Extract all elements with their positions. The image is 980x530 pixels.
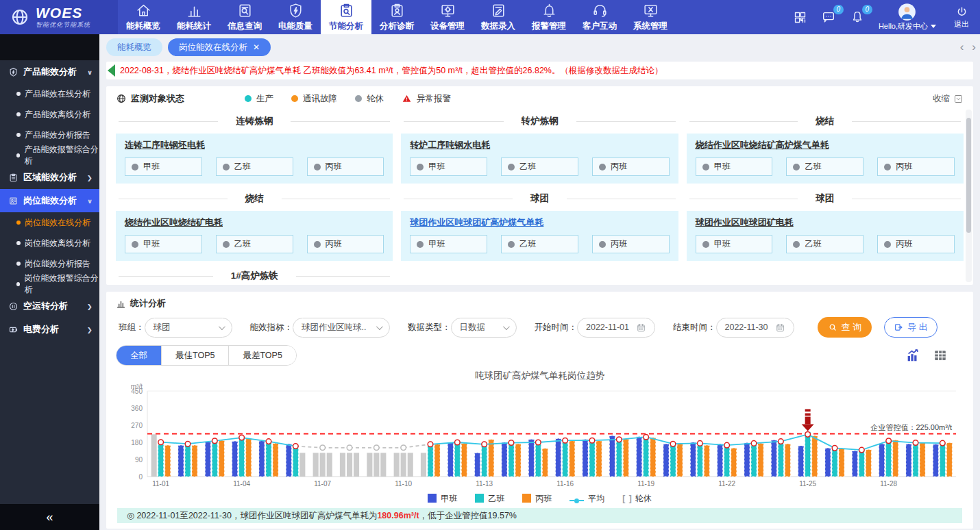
tabs-scroll-right-icon[interactable]: › (972, 40, 976, 54)
shift-button-label: 甲班 (714, 238, 731, 250)
start-date-label: 开始时间： (535, 322, 578, 333)
sidebar-subitem-产品能效分析报告[interactable]: 产品能效分析报告 (0, 125, 99, 145)
range-tab-最差TOP5[interactable]: 最差TOP5 (228, 346, 295, 365)
legend-bracket-icon: [ ] (622, 494, 632, 503)
shift-button-甲班[interactable]: 甲班 (410, 157, 487, 176)
sidebar-subitem-岗位能效分析报告[interactable]: 岗位能效分析报告 (0, 253, 99, 274)
nav-item-客户互动[interactable]: 客户互动 (574, 0, 625, 34)
shift-button-乙班[interactable]: 乙班 (501, 157, 578, 176)
monitor-scrollbar[interactable] (966, 110, 972, 282)
sidebar-item-空运转分析[interactable]: 空运转分析❯ (0, 294, 99, 318)
top-navigation-bar: WOES 智能优化节能系统 能耗概览能耗统计信息查询电能质量节能分析分析诊断设备… (0, 0, 980, 34)
monitor-group-烧结作业区吨烧结矿高炉煤气单耗: 烧结烧结作业区吨烧结矿高炉煤气单耗甲班乙班丙班 (687, 106, 964, 184)
sidebar-subitem-岗位能效离线分析[interactable]: 岗位能效离线分析 (0, 233, 99, 253)
shift-button-丙班[interactable]: 丙班 (307, 235, 384, 253)
card-title-link[interactable]: 球团作业区吨球团矿电耗 (696, 216, 955, 229)
sidebar-subitem-label: 岗位能效离线分析 (25, 238, 90, 249)
datatype-select[interactable]: 日数据 (451, 318, 517, 338)
nav-item-label: 分析诊断 (380, 21, 414, 32)
svg-text:360: 360 (131, 405, 143, 412)
sidebar-item-区域能效分析[interactable]: 区域能效分析❯ (0, 166, 99, 189)
sidebar-subitem-岗位能效报警综合分析[interactable]: 岗位能效报警综合分析 (0, 274, 99, 294)
legend-item-乙班[interactable]: 乙班 (475, 493, 504, 505)
nav-item-信息查询[interactable]: 信息查询 (219, 0, 270, 34)
qr-code-icon[interactable] (793, 10, 807, 25)
shift-button-丙班[interactable]: 丙班 (592, 235, 670, 253)
legend-item-轮休[interactable]: [ ]轮休 (622, 493, 651, 505)
monitor-card: 转炉工序吨钢水电耗甲班乙班丙班 (401, 134, 678, 184)
sidebar-item-电费分析[interactable]: 电费分析❯ (0, 318, 99, 341)
shift-button-label: 乙班 (805, 161, 821, 173)
nav-item-label: 信息查询 (228, 21, 262, 32)
legend-item-丙班[interactable]: 丙班 (522, 493, 552, 505)
logout-button[interactable]: 退出 (954, 5, 969, 29)
shift-button-乙班[interactable]: 乙班 (786, 235, 863, 253)
shift-button-甲班[interactable]: 甲班 (696, 157, 773, 176)
chevron-right-icon: ❯ (87, 326, 93, 333)
shift-button-丙班[interactable]: 丙班 (877, 235, 955, 253)
sidebar-item-岗位能效分析[interactable]: 岗位能效分析∨ (0, 189, 99, 212)
group-select[interactable]: 球团 (145, 318, 232, 338)
monitor-scrollbar-thumb[interactable] (966, 118, 971, 233)
nav-item-电能质量[interactable]: 电能质量 (270, 0, 321, 34)
shift-button-甲班[interactable]: 甲班 (125, 157, 202, 176)
card-title-link[interactable]: 连铸工序吨钢坯电耗 (125, 139, 384, 151)
sidebar-item-产品能效分析[interactable]: 产品能效分析∨ (0, 60, 99, 84)
svg-text:11-01: 11-01 (152, 480, 169, 488)
shift-button-乙班[interactable]: 乙班 (501, 235, 578, 253)
shift-button-甲班[interactable]: 甲班 (410, 235, 487, 253)
sidebar-collapse-button[interactable]: « (0, 504, 99, 530)
divider (404, 121, 503, 122)
card-title-link[interactable]: 烧结作业区吨烧结矿电耗 (125, 216, 384, 229)
shift-button-label: 甲班 (428, 161, 445, 173)
shift-button-丙班[interactable]: 丙班 (307, 157, 384, 176)
close-tab-icon[interactable]: ✕ (253, 43, 260, 51)
range-tab-全部[interactable]: 全部 (117, 346, 161, 365)
end-date-input[interactable]: 2022-11-30 (716, 318, 794, 338)
sidebar-subitem-岗位能效在线分析[interactable]: 岗位能效在线分析 (0, 212, 99, 233)
messages-badge: 0 (833, 5, 844, 14)
notifications-bell-icon[interactable]: 0 (850, 10, 865, 25)
sidebar-subitem-产品能效在线分析[interactable]: 产品能效在线分析 (0, 84, 99, 104)
nav-item-能耗概览[interactable]: 能耗概览 (118, 0, 169, 34)
nav-item-报警管理[interactable]: 报警管理 (524, 0, 574, 34)
nav-item-设备管理[interactable]: 设备管理 (422, 0, 473, 34)
table-view-toggle-icon[interactable] (932, 348, 948, 363)
shift-button-丙班[interactable]: 丙班 (877, 157, 955, 176)
shift-button-甲班[interactable]: 甲班 (125, 235, 202, 253)
indicator-select[interactable]: 球团作业区吨球.. (293, 318, 390, 338)
legend-item-甲班[interactable]: 甲班 (428, 493, 457, 505)
shift-button-乙班[interactable]: 乙班 (216, 235, 293, 253)
sidebar-subitem-产品能效离线分析[interactable]: 产品能效离线分析 (0, 104, 99, 125)
legend-item-平均[interactable]: 平均 (569, 493, 604, 505)
messages-icon[interactable]: 0 (821, 10, 836, 25)
nav-item-分析诊断[interactable]: 分析诊断 (371, 0, 422, 34)
collapse-panel-button[interactable]: 收缩 (933, 93, 964, 105)
card-title-link[interactable]: 烧结作业区吨烧结矿高炉煤气单耗 (696, 139, 955, 151)
summary-prefix: ◎ 2022-11-01至2022-11-30，球团作业区吨球团矿高炉煤气单耗为 (127, 511, 377, 520)
chart-view-toggle-icon[interactable] (905, 348, 921, 363)
tab-能耗概览[interactable]: 能耗概览 (106, 38, 162, 56)
user-menu[interactable]: Hello,研发中心 (879, 3, 936, 31)
nav-item-能耗统计[interactable]: 能耗统计 (169, 0, 219, 34)
sidebar-subitem-产品能效报警综合分析[interactable]: 产品能效报警综合分析 (0, 145, 99, 166)
shift-button-乙班[interactable]: 乙班 (786, 157, 863, 176)
sidebar-item-label: 产品能效分析 (23, 66, 77, 78)
query-button[interactable]: 查 询 (818, 317, 872, 338)
card-title-link[interactable]: 转炉工序吨钢水电耗 (410, 139, 669, 151)
divider (119, 276, 213, 277)
nav-item-数据录入[interactable]: 数据录入 (473, 0, 524, 34)
legend-swatch-icon (475, 494, 484, 503)
shift-button-乙班[interactable]: 乙班 (216, 157, 293, 176)
nav-item-节能分析[interactable]: 节能分析 (321, 0, 371, 34)
shift-button-甲班[interactable]: 甲班 (696, 235, 773, 253)
shift-button-丙班[interactable]: 丙班 (592, 157, 670, 176)
start-date-value: 2022-11-01 (586, 323, 629, 332)
card-title-link[interactable]: 球团作业区吨球团矿高炉煤气单耗 (410, 216, 669, 229)
start-date-input[interactable]: 2022-11-01 (577, 318, 655, 338)
export-button[interactable]: 导 出 (884, 317, 938, 338)
tab-岗位能效在线分析[interactable]: 岗位能效在线分析✕ (168, 38, 271, 56)
range-tab-最佳TOP5[interactable]: 最佳TOP5 (161, 346, 228, 365)
nav-item-系统管理[interactable]: 系统管理 (625, 0, 676, 34)
tabs-scroll-left-icon[interactable]: ‹ (960, 40, 964, 54)
